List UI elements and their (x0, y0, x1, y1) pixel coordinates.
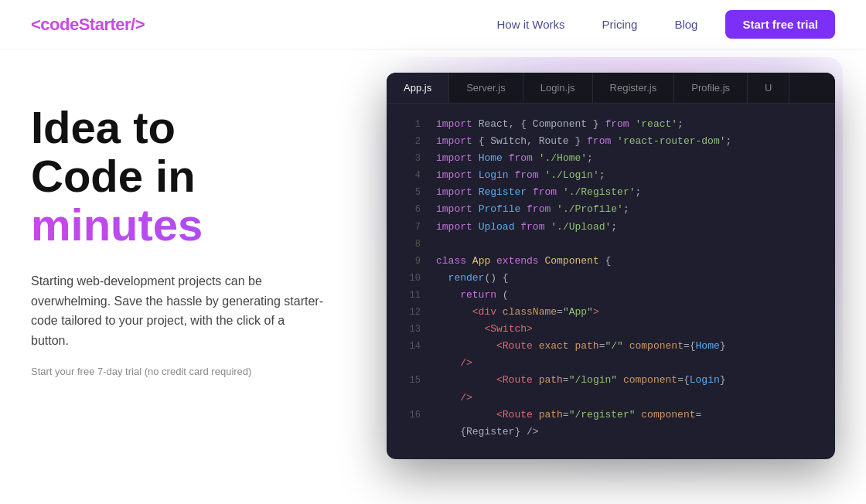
code-line-15b: /> (387, 390, 835, 407)
tab-register-js[interactable]: Register.js (593, 73, 675, 103)
hero-title-accent: minutes (31, 200, 356, 250)
code-line-14: 14 <Route exact path="/" component={Home… (387, 338, 835, 355)
tab-app-js[interactable]: App.js (387, 73, 449, 103)
code-line-13: 13 <Switch> (387, 321, 835, 338)
logo[interactable]: <codeStarter/> (31, 15, 145, 35)
code-line-10: 10 render() { (387, 270, 835, 287)
code-line-5: 5 import Register from './Register'; (387, 184, 835, 201)
code-line-8: 8 (387, 236, 835, 253)
code-editor: App.js Server.js Login.js Register.js Pr… (387, 73, 835, 459)
code-line-2: 2 import { Switch, Route } from 'react-r… (387, 133, 835, 150)
code-line-12: 12 <div className="App"> (387, 304, 835, 321)
code-line-9: 9 class App extends Component { (387, 253, 835, 270)
code-line-16b: {Register} /> (387, 424, 835, 441)
code-line-1: 1 import React, { Component } from 'reac… (387, 116, 835, 133)
code-line-16: 16 <Route path="/register" component= (387, 407, 835, 424)
tab-more[interactable]: U (748, 73, 789, 103)
code-line-6: 6 import Profile from './Profile'; (387, 201, 835, 218)
main-content: Idea to Code in minutes Starting web-dev… (0, 49, 866, 504)
nav-pricing[interactable]: Pricing (587, 12, 653, 37)
tab-profile-js[interactable]: Profile.js (674, 73, 748, 103)
nav: How it Works Pricing Blog Start free tri… (481, 10, 835, 39)
code-line-15: 15 <Route path="/login" component={Login… (387, 372, 835, 389)
hero-section: Idea to Code in minutes Starting web-dev… (31, 80, 356, 377)
start-free-trial-button[interactable]: Start free trial (725, 10, 835, 39)
nav-blog[interactable]: Blog (659, 12, 713, 37)
nav-how-it-works[interactable]: How it Works (481, 12, 580, 37)
hero-trial-note: Start your free 7-day trial (no credit c… (31, 366, 356, 377)
hero-title-line1: Idea to (31, 104, 356, 152)
code-line-11: 11 return ( (387, 287, 835, 304)
code-line-3: 3 import Home from './Home'; (387, 150, 835, 167)
editor-tabs: App.js Server.js Login.js Register.js Pr… (387, 73, 835, 104)
code-line-14b: /> (387, 355, 835, 372)
code-line-4: 4 import Login from './Login'; (387, 167, 835, 184)
header: <codeStarter/> How it Works Pricing Blog… (0, 0, 866, 49)
tab-server-js[interactable]: Server.js (449, 73, 523, 103)
code-editor-wrapper: App.js Server.js Login.js Register.js Pr… (387, 73, 835, 459)
code-body: 1 import React, { Component } from 'reac… (387, 104, 835, 453)
hero-title-line2: Code in (31, 152, 356, 201)
hero-description: Starting web-development projects can be… (31, 271, 325, 350)
code-line-7: 7 import Upload from './Upload'; (387, 219, 835, 236)
tab-login-js[interactable]: Login.js (523, 73, 593, 103)
